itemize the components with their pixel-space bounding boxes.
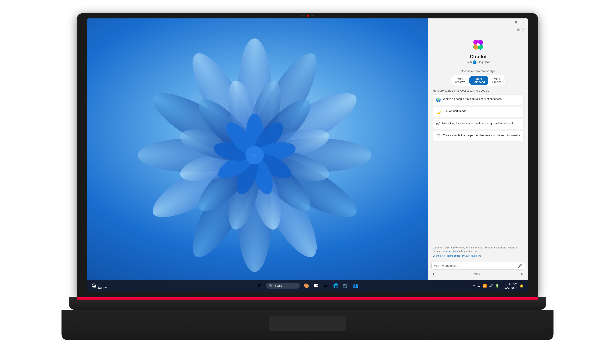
edge-button[interactable]: 🌐 — [332, 282, 339, 289]
chat-input-box: 🎤 — [431, 262, 525, 270]
webcam-camera — [307, 15, 309, 17]
suggestion-item-culinary[interactable]: 🌍 Where do people travel for culinary ex… — [433, 94, 523, 105]
refresh-icon[interactable]: ↺ — [431, 272, 434, 276]
cloud-icon: ☁ — [477, 284, 481, 288]
widgets-button[interactable]: 🎨 — [303, 282, 310, 289]
conv-style-buttons: MoreCreative MoreBalanced MorePrecise — [451, 75, 506, 86]
copilot-input-area: 🎤 ↺ 0/4000 ➤ — [428, 260, 528, 280]
suggestion-item-meals[interactable]: 📋 Create a table that helps me plan meal… — [433, 131, 523, 141]
with-label: with — [467, 61, 472, 64]
weather-condition-display: Sunny — [98, 286, 107, 289]
volume-icon[interactable]: 🔊 — [489, 284, 493, 288]
date-text: 10/27/2023 — [502, 286, 517, 290]
couch-icon: 🛋 — [436, 122, 440, 127]
moon-icon: 🌙 — [436, 110, 441, 114]
disclaimer-links: Learn more Terms of use Privacy statemen… — [433, 254, 523, 258]
close-button[interactable]: × — [521, 20, 526, 25]
windows-start-button[interactable]: ⊞ — [256, 282, 263, 289]
privacy-statement-link[interactable]: Privacy statement — [462, 254, 481, 258]
chat-button[interactable]: 💬 — [313, 282, 320, 289]
svg-point-34 — [477, 43, 480, 46]
creative-button[interactable]: MoreCreative — [452, 76, 469, 85]
store-button[interactable]: 🛒 — [342, 282, 349, 289]
bing-chat-line: with b Bing Chat — [467, 60, 490, 64]
webcam-area — [301, 15, 314, 17]
search-label: Search — [274, 284, 284, 287]
copilot-logo-image — [471, 38, 485, 52]
copilot-logo-area: Copilot with b Bing Chat — [467, 33, 490, 67]
suggestion-text-meals: Create a table that helps me plan meals … — [443, 133, 520, 137]
bing-logo-small: b — [473, 60, 477, 64]
chat-input-field[interactable] — [434, 264, 518, 267]
svg-point-33 — [245, 146, 264, 164]
webcam-sensor-right — [311, 15, 314, 16]
microphone-icon[interactable]: 🎤 — [518, 263, 522, 268]
history-icon[interactable]: 🕐 — [521, 28, 526, 32]
copilot-toolbar: ⊞ 🕐 — [428, 26, 528, 33]
send-button[interactable]: ➤ — [519, 271, 525, 277]
laptop-base — [69, 297, 546, 310]
suggestion-text-darkmode: Turn on dark mode — [443, 109, 466, 113]
bing-chat-label: Bing Chat — [477, 61, 490, 64]
notification-icon[interactable]: 🔔 — [520, 284, 523, 288]
system-tray: ^ ☁ 📶 🔊 🔋 — [473, 284, 499, 288]
taskbar-center: ⊞ 🔍 Search 🎨 💬 🗂 🌐 🛒 👥 — [256, 282, 359, 289]
minimize-button[interactable]: − — [507, 20, 511, 25]
temperature-display: 78°F — [98, 282, 107, 286]
conv-style-label: Choose a conversation style — [461, 70, 495, 73]
taskbar-right: ^ ☁ 📶 🔊 🔋 11:11 AM 10/27/2023 🔔 — [473, 282, 523, 290]
bloom-flower — [132, 32, 378, 278]
laptop-computer: − ⊡ × ⊞ 🕐 — [62, 13, 553, 351]
disclaimer-text2: to help us improve. — [459, 250, 478, 252]
trackpad[interactable] — [269, 316, 346, 331]
copilot-titlebar: − ⊡ × — [428, 18, 528, 26]
taskbar: 🌤 78°F Sunny ⊞ 🔍 Search 🎨 💬 🗂 🌐 — [87, 280, 528, 292]
weather-info[interactable]: 78°F Sunny — [98, 282, 107, 289]
clock-display[interactable]: 11:11 AM 10/27/2023 — [502, 282, 517, 290]
help-label: Here are some things Copilot can help yo… — [433, 89, 523, 92]
weather-icon: 🌤 — [92, 283, 97, 289]
balanced-button[interactable]: MoreBalanced — [469, 76, 488, 85]
terms-of-use-link[interactable]: Terms of use — [447, 254, 460, 258]
laptop-palm-rest — [62, 310, 553, 340]
table-icon: 📋 — [436, 134, 441, 139]
char-count-display: 0/4000 — [473, 273, 481, 276]
suggestion-text-furniture: I'm looking for handmade furniture for m… — [442, 121, 513, 125]
tray-chevron[interactable]: ^ — [473, 284, 475, 288]
restore-button[interactable]: ⊡ — [514, 20, 519, 25]
precise-button[interactable]: MorePrecise — [489, 76, 505, 85]
copilot-disclaimer: Windows Copilot is powered by AI. Surpri… — [428, 244, 528, 260]
search-icon: 🔍 — [269, 284, 273, 288]
teams-button[interactable]: 👥 — [352, 282, 359, 289]
time-text: 11:11 AM — [502, 282, 517, 286]
copilot-title: Copilot — [470, 54, 487, 59]
files-button[interactable]: 🗂 — [322, 282, 329, 289]
taskbar-left: 🌤 78°F Sunny — [92, 282, 107, 289]
suggestion-text-culinary: Where do people travel for culinary expe… — [443, 97, 503, 101]
taskbar-search[interactable]: 🔍 Search — [266, 283, 300, 288]
grid-icon[interactable]: ⊞ — [517, 28, 520, 32]
suggestion-item-darkmode[interactable]: 🌙 Turn on dark mode — [433, 107, 523, 117]
laptop-hinge — [77, 297, 538, 300]
copilot-content: Copilot with b Bing Chat Choose a conver… — [428, 33, 528, 244]
copilot-panel: − ⊡ × ⊞ 🕐 — [428, 18, 528, 280]
learn-more-link[interactable]: Learn more — [433, 254, 445, 258]
laptop-screen: − ⊡ × ⊞ 🕐 — [87, 18, 528, 292]
webcam-sensor-left — [301, 15, 305, 16]
input-bottom-bar: ↺ 0/4000 ➤ — [431, 271, 525, 277]
laptop-lid: − ⊡ × ⊞ 🕐 — [77, 13, 538, 297]
globe-icon: 🌍 — [436, 97, 441, 102]
send-feedback-link[interactable]: send feedback — [443, 250, 458, 252]
network-icon[interactable]: 📶 — [483, 284, 487, 288]
suggestion-item-furniture[interactable]: 🛋 I'm looking for handmade furniture for… — [433, 119, 523, 129]
battery-icon: 🔋 — [495, 284, 499, 288]
